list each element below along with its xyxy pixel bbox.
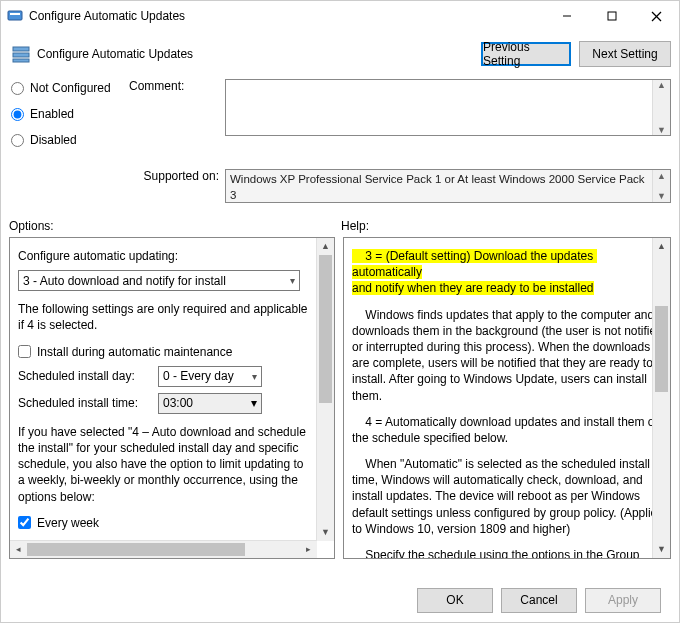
- options-vscroll[interactable]: ▲ ▼: [316, 238, 334, 541]
- radio-not-configured[interactable]: Not Configured: [9, 81, 129, 95]
- maximize-button[interactable]: [589, 1, 634, 31]
- options-label: Options:: [9, 219, 341, 233]
- chevron-down-icon: ▾: [252, 370, 257, 384]
- ok-button[interactable]: OK: [417, 588, 493, 613]
- options-pane: Configure automatic updating: 3 - Auto d…: [9, 237, 335, 559]
- comment-label: Comment:: [129, 79, 225, 159]
- every-week-checkbox[interactable]: Every week: [18, 515, 312, 531]
- svg-rect-8: [13, 59, 29, 62]
- scheduled-time-row: Scheduled install time: 03:00 ▾: [18, 393, 312, 414]
- panes: Configure automatic updating: 3 - Auto d…: [9, 237, 671, 578]
- scheduled-day-value: 0 - Every day: [163, 368, 234, 384]
- help-p3: When "Automatic" is selected as the sche…: [352, 456, 664, 537]
- radio-not-configured-label: Not Configured: [30, 81, 111, 95]
- supported-on-box: Windows XP Professional Service Pack 1 o…: [225, 169, 671, 203]
- scheduled-time-value: 03:00: [163, 395, 193, 411]
- pane-labels: Options: Help:: [9, 219, 671, 233]
- help-p2: 4 = Automatically download updates and i…: [352, 414, 664, 446]
- comment-textarea[interactable]: ▲▼: [225, 79, 671, 136]
- chevron-down-icon: ▾: [251, 395, 257, 411]
- next-setting-button[interactable]: Next Setting: [579, 41, 671, 67]
- svg-rect-1: [10, 13, 20, 15]
- supported-row: Supported on: Windows XP Professional Se…: [9, 169, 671, 203]
- help-content: 3 = (Default setting) Download the updat…: [344, 238, 670, 558]
- configure-updating-label: Configure automatic updating:: [18, 248, 312, 264]
- scheduled-day-label: Scheduled install day:: [18, 368, 158, 384]
- svg-rect-7: [13, 53, 29, 57]
- every-week-input[interactable]: [18, 516, 31, 529]
- help-label: Help:: [341, 219, 369, 233]
- cancel-button[interactable]: Cancel: [501, 588, 577, 613]
- scheduled-time-label: Scheduled install time:: [18, 395, 158, 411]
- required-note: The following settings are only required…: [18, 301, 312, 333]
- scheduled-day-select[interactable]: 0 - Every day ▾: [158, 366, 262, 387]
- help-p4: Specify the schedule using the options i…: [352, 547, 664, 558]
- install-maintenance-checkbox[interactable]: Install during automatic maintenance: [18, 344, 312, 360]
- state-and-comment: Not Configured Enabled Disabled Comment:…: [9, 79, 671, 159]
- window-title: Configure Automatic Updates: [29, 9, 185, 23]
- titlebar: Configure Automatic Updates: [1, 1, 679, 31]
- radio-enabled-label: Enabled: [30, 107, 74, 121]
- previous-setting-button[interactable]: Previous Setting: [481, 42, 571, 66]
- every-week-label: Every week: [37, 515, 99, 531]
- supported-on-text: Windows XP Professional Service Pack 1 o…: [230, 173, 645, 203]
- help-hl-line2: and notify when they are ready to be ins…: [352, 281, 594, 295]
- radio-disabled[interactable]: Disabled: [9, 133, 129, 147]
- radio-enabled[interactable]: Enabled: [9, 107, 129, 121]
- chevron-down-icon: ▾: [290, 274, 295, 288]
- comment-scrollbar[interactable]: ▲▼: [652, 80, 670, 135]
- gp-editor-window: Configure Automatic Updates: [0, 0, 680, 623]
- scheduled-day-row: Scheduled install day: 0 - Every day ▾: [18, 366, 312, 387]
- dialog-footer: OK Cancel Apply: [9, 578, 671, 622]
- policy-header: Configure Automatic Updates Previous Set…: [9, 41, 671, 67]
- svg-rect-0: [8, 11, 22, 20]
- help-pane: 3 = (Default setting) Download the updat…: [343, 237, 671, 559]
- configure-updating-select[interactable]: 3 - Auto download and notify for install…: [18, 270, 300, 291]
- help-hl-line1: 3 = (Default setting) Download the updat…: [352, 249, 597, 279]
- radio-disabled-label: Disabled: [30, 133, 77, 147]
- schedule-note: If you have selected "4 – Auto download …: [18, 424, 312, 505]
- help-highlight: 3 = (Default setting) Download the updat…: [352, 248, 664, 297]
- minimize-button[interactable]: [544, 1, 589, 31]
- options-content: Configure automatic updating: 3 - Auto d…: [10, 238, 334, 540]
- configure-updating-value: 3 - Auto download and notify for install: [23, 273, 226, 289]
- radio-not-configured-input[interactable]: [11, 82, 24, 95]
- policy-icon: [11, 44, 31, 64]
- close-button[interactable]: [634, 1, 679, 31]
- help-p1: Windows finds updates that apply to the …: [352, 307, 664, 404]
- radio-disabled-input[interactable]: [11, 134, 24, 147]
- state-radios: Not Configured Enabled Disabled: [9, 79, 129, 159]
- help-vscroll[interactable]: ▲ ▼: [652, 238, 670, 558]
- install-maintenance-label: Install during automatic maintenance: [37, 344, 232, 360]
- svg-rect-6: [13, 47, 29, 51]
- supported-label: Supported on:: [129, 169, 225, 203]
- radio-enabled-input[interactable]: [11, 108, 24, 121]
- scheduled-time-select[interactable]: 03:00 ▾: [158, 393, 262, 414]
- install-maintenance-input[interactable]: [18, 345, 31, 358]
- supported-scrollbar[interactable]: ▲▼: [652, 170, 670, 202]
- apply-button[interactable]: Apply: [585, 588, 661, 613]
- window-controls: [544, 1, 679, 31]
- svg-rect-3: [608, 12, 616, 20]
- options-hscroll[interactable]: ◂ ▸: [10, 540, 317, 558]
- policy-title: Configure Automatic Updates: [37, 47, 193, 61]
- app-icon: [7, 8, 23, 24]
